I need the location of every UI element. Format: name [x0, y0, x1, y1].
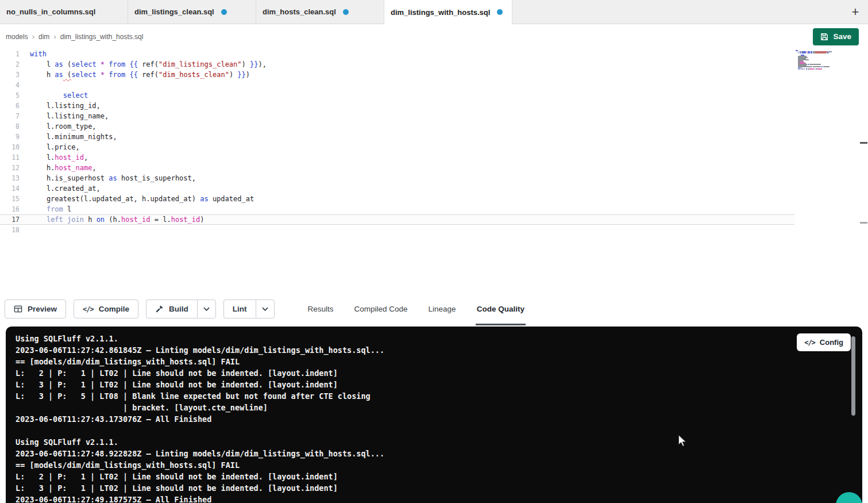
terminal-line: | bracket. [layout.cte_newline]: [16, 402, 862, 413]
terminal-line: 2023-06-06T11:27:49.187575Z — All Finish…: [16, 494, 862, 503]
code-line[interactable]: 15 greatest(l.updated_at, h.updated_at) …: [0, 194, 794, 204]
code-line-text: l.price,: [20, 142, 80, 152]
code-line[interactable]: 10 l.price,: [0, 142, 794, 152]
terminal-line: L: 3 | P: 1 | LT02 | Line should not be …: [16, 482, 862, 494]
unsaved-dot-icon: [221, 9, 227, 15]
code-line[interactable]: 4: [0, 80, 794, 90]
preview-button[interactable]: Preview: [5, 300, 66, 318]
new-tab-button[interactable]: +: [843, 0, 868, 24]
code-lines: 1with2 l as (select * from {{ ref("dim_l…: [0, 49, 868, 235]
lint-button[interactable]: Lint: [223, 300, 256, 318]
code-line[interactable]: 12 h.host_name,: [0, 163, 794, 173]
terminal-line: L: 3 | P: 5 | LT08 | Blank line expected…: [16, 390, 862, 402]
config-button[interactable]: </> Config: [797, 333, 851, 351]
line-number: 1: [0, 49, 20, 59]
code-line-text: l.listing_id,: [20, 101, 101, 111]
build-button[interactable]: Build: [146, 300, 197, 318]
line-number: 11: [0, 152, 20, 163]
code-line[interactable]: 16 from l: [0, 204, 794, 214]
file-tab[interactable]: no_nulls_in_columns.sql: [0, 0, 128, 24]
chevron-right-icon: ›: [53, 32, 56, 41]
code-line-text: l.minimum_nights,: [20, 132, 117, 142]
code-line[interactable]: 18: [0, 225, 794, 235]
file-tab[interactable]: dim_listings_with_hosts.sql: [384, 0, 512, 24]
code-line-text: l.created_at,: [20, 183, 101, 194]
lint-split-button: Lint: [223, 300, 275, 318]
breadcrumb-item[interactable]: dim_listings_with_hosts.sql: [60, 33, 144, 41]
scrollbar-marker: [860, 222, 867, 224]
code-line[interactable]: 11 l.host_id,: [0, 152, 794, 163]
code-line-text: h.is_superhost as host_is_superhost,: [20, 173, 196, 183]
code-line[interactable]: 5 select: [0, 90, 794, 101]
code-line[interactable]: 7 l.listing_name,: [0, 111, 794, 121]
line-number: 13: [0, 173, 20, 183]
unsaved-dot-icon: [343, 9, 349, 15]
line-number: 3: [0, 70, 20, 80]
code-line-text: h.host_name,: [20, 163, 97, 173]
file-tabs: no_nulls_in_columns.sqldim_listings_clea…: [0, 0, 512, 24]
save-button[interactable]: Save: [813, 28, 859, 45]
lint-dropdown-button[interactable]: [256, 300, 275, 318]
code-line[interactable]: 1with: [0, 49, 794, 59]
line-number: 5: [0, 90, 20, 101]
breadcrumb-bar: models›dim›dim_listings_with_hosts.sql S…: [0, 24, 868, 49]
compile-button-label: Compile: [99, 305, 129, 313]
code-line[interactable]: 6 l.listing_id,: [0, 101, 794, 111]
line-number: 4: [0, 80, 20, 90]
code-line[interactable]: 2 l as (select * from {{ ref("dim_listin…: [0, 59, 794, 70]
build-split-button: Build: [146, 300, 216, 318]
file-tab[interactable]: dim_listings_clean.sql: [128, 0, 256, 24]
preview-button-label: Preview: [28, 305, 57, 313]
terminal-line: == [models/dim/dim_listings_with_hosts.s…: [16, 459, 862, 471]
terminal-line: Using SQLFluff v2.1.1.: [16, 436, 862, 448]
code-line-text: l as (select * from {{ ref("dim_listings…: [20, 59, 267, 70]
result-tab-compiled-code[interactable]: Compiled Code: [353, 293, 409, 325]
line-number: 8: [0, 121, 20, 132]
code-line-text: with: [20, 49, 47, 59]
terminal-line: [16, 425, 862, 436]
code-line[interactable]: 13 h.is_superhost as host_is_superhost,: [0, 173, 794, 183]
code-line[interactable]: 8 l.room_type,: [0, 121, 794, 132]
code-line-text: h as (select * from {{ ref("dim_hosts_cl…: [20, 70, 250, 80]
file-tab-label: dim_listings_with_hosts.sql: [391, 8, 490, 17]
result-tab-lineage[interactable]: Lineage: [427, 293, 457, 325]
terminal-line: == [models/dim/dim_listings_with_hosts.s…: [16, 356, 862, 367]
build-button-label: Build: [169, 305, 188, 313]
code-editor[interactable]: 1with2 l as (select * from {{ ref("dim_l…: [0, 49, 868, 293]
code-line[interactable]: 17 left join h on (h.host_id = l.host_id…: [0, 214, 794, 225]
line-number: 15: [0, 194, 20, 204]
file-tab[interactable]: dim_hosts_clean.sql: [256, 0, 384, 24]
code-line-text: from l: [20, 204, 71, 214]
terminal-line: 2023-06-06T11:27:43.173076Z — All Finish…: [16, 413, 862, 425]
minimap[interactable]: [796, 50, 842, 71]
code-line[interactable]: 3 h as (select * from {{ ref("dim_hosts_…: [0, 70, 794, 80]
breadcrumb: models›dim›dim_listings_with_hosts.sql: [6, 32, 143, 41]
terminal-line: 2023-06-06T11:27:48.922828Z — Linting mo…: [16, 448, 862, 459]
code-line[interactable]: 14 l.created_at,: [0, 183, 794, 194]
build-dropdown-button[interactable]: [197, 300, 216, 318]
line-number: 17: [0, 214, 20, 225]
terminal-line: Using SQLFluff v2.1.1.: [16, 333, 862, 344]
compile-button[interactable]: </> Compile: [74, 300, 138, 318]
code-icon: </>: [83, 305, 94, 313]
breadcrumb-item[interactable]: models: [6, 33, 28, 41]
code-line-text: [20, 80, 30, 90]
terminal-line: L: 2 | P: 1 | LT02 | Line should not be …: [16, 471, 862, 482]
code-line[interactable]: 9 l.minimum_nights,: [0, 132, 794, 142]
save-button-label: Save: [833, 32, 851, 41]
code-line-text: l.room_type,: [20, 121, 97, 132]
breadcrumb-item[interactable]: dim: [38, 33, 49, 41]
line-number: 12: [0, 163, 20, 173]
terminal-scrollbar[interactable]: [851, 336, 855, 416]
terminal-panel[interactable]: Using SQLFluff v2.1.1.2023-06-06T11:27:4…: [6, 327, 862, 503]
lint-button-label: Lint: [233, 305, 247, 313]
config-button-label: Config: [820, 338, 843, 347]
save-icon: [820, 33, 828, 41]
terminal-output: Using SQLFluff v2.1.1.2023-06-06T11:27:4…: [6, 327, 862, 503]
result-tabs: ResultsCompiled CodeLineageCode Quality: [298, 293, 535, 325]
line-number: 18: [0, 225, 20, 235]
result-tab-results[interactable]: Results: [307, 293, 335, 325]
result-tab-code-quality[interactable]: Code Quality: [476, 293, 526, 325]
code-line-text: greatest(l.updated_at, h.updated_at) as …: [20, 194, 254, 204]
code-line-text: l.listing_name,: [20, 111, 109, 121]
